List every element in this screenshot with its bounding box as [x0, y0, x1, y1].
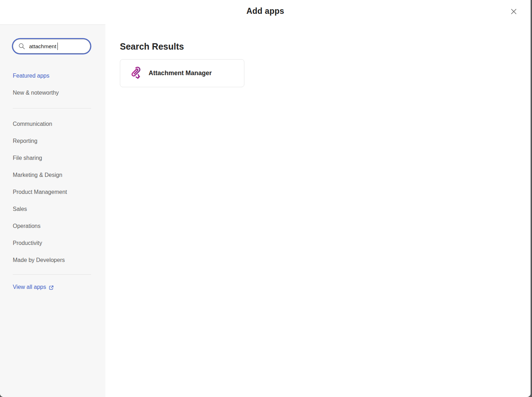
- sidebar-divider: [13, 274, 91, 275]
- sidebar-item-made-by-developers[interactable]: Made by Developers: [0, 252, 105, 269]
- add-apps-dialog: Add apps attachment Featured apps: [0, 0, 531, 397]
- close-icon: [511, 9, 517, 15]
- search-value: attachment: [29, 43, 56, 50]
- sidebar-item-file-sharing[interactable]: File sharing: [0, 150, 105, 167]
- sidebar-item-operations[interactable]: Operations: [0, 218, 105, 235]
- sidebar-item-featured-apps[interactable]: Featured apps: [0, 67, 105, 84]
- sidebar-item-label: Sales: [13, 206, 27, 212]
- external-link-icon: [49, 285, 54, 290]
- app-name: Attachment Manager: [149, 69, 212, 77]
- sidebar-item-label: Operations: [13, 223, 40, 229]
- sidebar-item-label: File sharing: [13, 155, 42, 161]
- sidebar-item-label: Reporting: [13, 138, 37, 144]
- sidebar-item-marketing-design[interactable]: Marketing & Design: [0, 167, 105, 184]
- search-results-heading: Search Results: [120, 41, 531, 52]
- sidebar-item-productivity[interactable]: Productivity: [0, 235, 105, 252]
- sidebar-item-label: New & noteworthy: [13, 90, 59, 96]
- sidebar-item-reporting[interactable]: Reporting: [0, 133, 105, 150]
- dialog-header: Add apps: [0, 0, 531, 24]
- dialog-title: Add apps: [0, 6, 531, 16]
- sidebar-item-sales[interactable]: Sales: [0, 201, 105, 218]
- sidebar-item-label: Made by Developers: [13, 257, 65, 263]
- sidebar: attachment Featured apps New & noteworth…: [0, 24, 105, 397]
- text-caret: [57, 43, 58, 50]
- view-all-apps-link[interactable]: View all apps: [0, 279, 105, 296]
- sidebar-item-label: Marketing & Design: [13, 172, 62, 178]
- sidebar-item-label: Productivity: [13, 240, 42, 246]
- sidebar-item-label: Product Management: [13, 189, 67, 195]
- sidebar-item-communication[interactable]: Communication: [0, 116, 105, 133]
- close-button[interactable]: [509, 7, 518, 16]
- view-all-apps-label: View all apps: [13, 284, 46, 290]
- sidebar-item-new-noteworthy[interactable]: New & noteworthy: [0, 84, 105, 101]
- sidebar-divider: [13, 108, 91, 108]
- search-icon: [18, 43, 25, 50]
- sidebar-item-product-management[interactable]: Product Management: [0, 184, 105, 201]
- search-input[interactable]: attachment: [13, 39, 90, 54]
- main-content: Search Results: [105, 24, 531, 397]
- sidebar-nav: Featured apps New & noteworthy Communica…: [0, 67, 105, 296]
- paperclip-download-icon: [128, 65, 143, 82]
- sidebar-item-label: Communication: [13, 121, 52, 127]
- app-result-card[interactable]: Attachment Manager: [120, 59, 244, 87]
- sidebar-item-label: Featured apps: [13, 73, 49, 79]
